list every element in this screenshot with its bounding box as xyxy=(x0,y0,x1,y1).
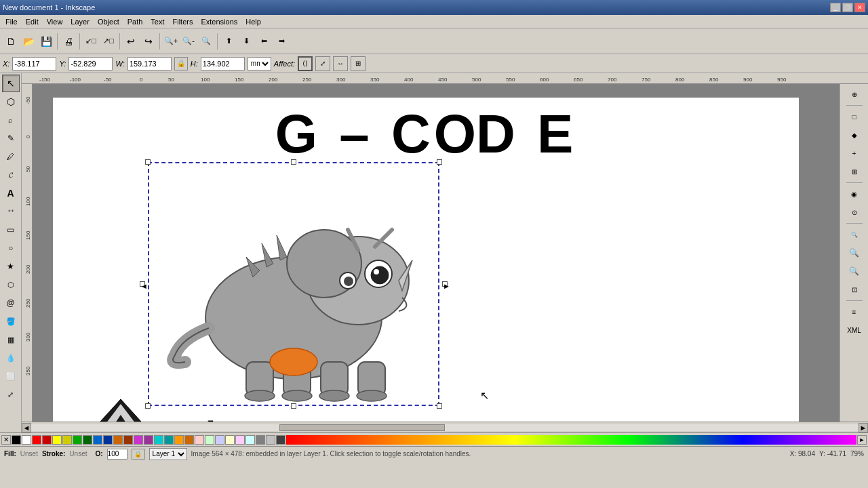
palette-red[interactable] xyxy=(32,435,41,445)
connector-tool[interactable]: ⤢ xyxy=(2,386,20,403)
align-left-button[interactable]: ⬅ xyxy=(256,33,272,49)
zoom-fit-panel[interactable]: ⊡ xyxy=(846,281,863,298)
w-input[interactable] xyxy=(127,57,172,70)
x-input[interactable] xyxy=(12,57,56,70)
snap-center-button[interactable]: ⊙ xyxy=(846,203,863,221)
palette-lightgreen[interactable] xyxy=(205,435,214,445)
layers-button[interactable]: ≡ xyxy=(846,303,863,321)
hscrollbar[interactable]: ◄ ► xyxy=(22,422,868,432)
palette-darkpurple[interactable] xyxy=(144,435,153,445)
minimize-button[interactable]: _ xyxy=(830,3,841,12)
palette-lightcyan[interactable] xyxy=(245,435,255,445)
h-input[interactable] xyxy=(201,57,245,70)
palette-silver[interactable] xyxy=(266,435,275,445)
layer-dropdown[interactable]: Layer 1 xyxy=(149,448,187,460)
snap-grid-button[interactable]: ⊞ xyxy=(846,163,863,180)
dino-image[interactable]: ◄ ► xyxy=(148,162,439,406)
palette-brown[interactable] xyxy=(184,435,194,445)
undo-button[interactable]: ↩ xyxy=(123,33,139,49)
zoom-in-panel[interactable]: 🔍 xyxy=(846,244,863,262)
import-button[interactable]: ↙□ xyxy=(83,33,99,49)
zoom-out-panel[interactable]: 🔍 xyxy=(846,262,863,280)
palette-darkorange[interactable] xyxy=(123,435,133,445)
3dbox-tool[interactable]: ⬡ xyxy=(2,276,20,293)
palette-blue[interactable] xyxy=(93,435,102,445)
align-right-button[interactable]: ➡ xyxy=(273,33,290,49)
spray-tool[interactable]: ⁺⁺ xyxy=(2,203,20,220)
save-button[interactable]: 💾 xyxy=(38,33,54,49)
canvas[interactable]: G – COD E ◄ ► xyxy=(33,84,840,422)
snap-guide-button[interactable]: + xyxy=(846,144,863,162)
print-button[interactable]: 🖨 xyxy=(60,33,77,49)
export-button[interactable]: ↗□ xyxy=(100,33,117,49)
palette-darkcyan[interactable] xyxy=(164,435,174,445)
menu-path[interactable]: Path xyxy=(123,16,147,27)
palette-darkred[interactable] xyxy=(42,435,52,445)
zoom-in-button[interactable]: 🔍+ xyxy=(163,33,179,49)
align-bottom-button[interactable]: ⬇ xyxy=(238,33,254,49)
open-button[interactable]: 📂 xyxy=(20,33,37,49)
palette-lightyellow[interactable] xyxy=(225,435,235,445)
lock-aspect-button[interactable]: 🔒 xyxy=(174,57,188,70)
menu-view[interactable]: View xyxy=(43,16,67,27)
star-tool[interactable]: ★ xyxy=(2,258,20,275)
no-color-button[interactable]: ✕ xyxy=(1,435,11,445)
menu-help[interactable]: Help xyxy=(241,16,265,27)
snap-midpoint-button[interactable]: ◉ xyxy=(846,185,863,203)
canvas-area[interactable]: -50 0 50 100 150 200 250 300 350 xyxy=(22,84,868,422)
unit-dropdown[interactable]: mm px in cm xyxy=(248,57,271,70)
palette-green[interactable] xyxy=(73,435,82,445)
handle-mr[interactable]: ► xyxy=(442,281,448,287)
palette-gray[interactable] xyxy=(256,435,265,445)
palette-darkyellow[interactable] xyxy=(62,435,72,445)
zoom-fit-button[interactable]: 🔍 xyxy=(198,33,214,49)
redo-button[interactable]: ↪ xyxy=(140,33,157,49)
menu-layer[interactable]: Layer xyxy=(66,16,94,27)
new-button[interactable]: 🗋 xyxy=(3,33,19,49)
select-tool[interactable]: ↖ xyxy=(2,75,20,92)
palette-white[interactable] xyxy=(22,435,31,445)
palette-black[interactable] xyxy=(12,435,21,445)
zoom-tool[interactable]: ⌕ xyxy=(2,111,20,129)
scroll-left-button[interactable]: ◄ xyxy=(22,423,31,432)
menu-object[interactable]: Object xyxy=(94,16,123,27)
affect-btn-2[interactable]: ⤢ xyxy=(315,56,330,71)
zoom-out-button[interactable]: 🔍- xyxy=(180,33,197,49)
palette-darkgreen[interactable] xyxy=(83,435,92,445)
palette-purple[interactable] xyxy=(134,435,143,445)
y-input[interactable] xyxy=(68,57,113,70)
affect-btn-4[interactable]: ⊞ xyxy=(351,56,366,71)
palette-cyan[interactable] xyxy=(154,435,163,445)
text-tool[interactable]: A xyxy=(2,184,20,202)
eraser-tool[interactable]: ⬜ xyxy=(2,367,20,385)
close-button[interactable]: ✕ xyxy=(854,3,865,12)
eyedropper-tool[interactable]: 💧 xyxy=(2,349,20,367)
opacity-input[interactable] xyxy=(107,449,127,460)
palette-darkgray[interactable] xyxy=(276,435,285,445)
palette-yellow[interactable] xyxy=(52,435,62,445)
palette-lightblue[interactable] xyxy=(215,435,224,445)
affect-btn-3[interactable]: ↔ xyxy=(333,56,348,71)
menu-text[interactable]: Text xyxy=(146,16,168,27)
snap-bbox-button[interactable]: □ xyxy=(846,108,863,125)
pencil-tool[interactable]: ✎ xyxy=(2,129,20,147)
palette-lightpurple[interactable] xyxy=(235,435,245,445)
align-top-button[interactable]: ⬆ xyxy=(220,33,237,49)
palette-amber[interactable] xyxy=(174,435,184,445)
pen-tool[interactable]: 🖊 xyxy=(2,148,20,165)
menu-file[interactable]: File xyxy=(1,16,22,27)
xml-button[interactable]: XML xyxy=(846,321,863,339)
scroll-right-button[interactable]: ► xyxy=(859,423,868,432)
snap-nodes2-button[interactable]: ◆ xyxy=(846,126,863,144)
hscroll-thumb[interactable] xyxy=(279,424,445,431)
rectangle-tool[interactable]: ▭ xyxy=(2,221,20,239)
circle-tool[interactable]: ○ xyxy=(2,239,20,257)
menu-extensions[interactable]: Extensions xyxy=(197,16,241,27)
paint-bucket-tool[interactable]: 🪣 xyxy=(2,312,20,330)
handle-ml[interactable]: ◄ xyxy=(140,281,145,287)
maximize-button[interactable]: □ xyxy=(842,3,853,12)
palette-darkblue[interactable] xyxy=(103,435,113,445)
calligraphy-tool[interactable]: 𝓒 xyxy=(2,166,20,184)
palette-orange[interactable] xyxy=(113,435,123,445)
opacity-lock-button[interactable]: 🔒 xyxy=(132,449,145,460)
